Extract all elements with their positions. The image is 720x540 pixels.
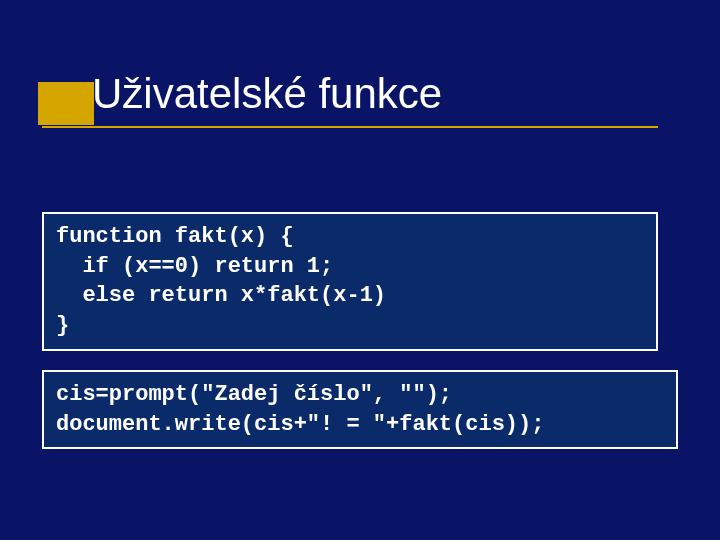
title-accent	[38, 82, 94, 125]
code-block-function-usage: cis=prompt("Zadej číslo", ""); document.…	[42, 370, 678, 449]
slide-title: Uživatelské funkce	[92, 70, 442, 118]
code-block-function-definition: function fakt(x) { if (x==0) return 1; e…	[42, 212, 658, 351]
title-underline	[42, 126, 658, 128]
